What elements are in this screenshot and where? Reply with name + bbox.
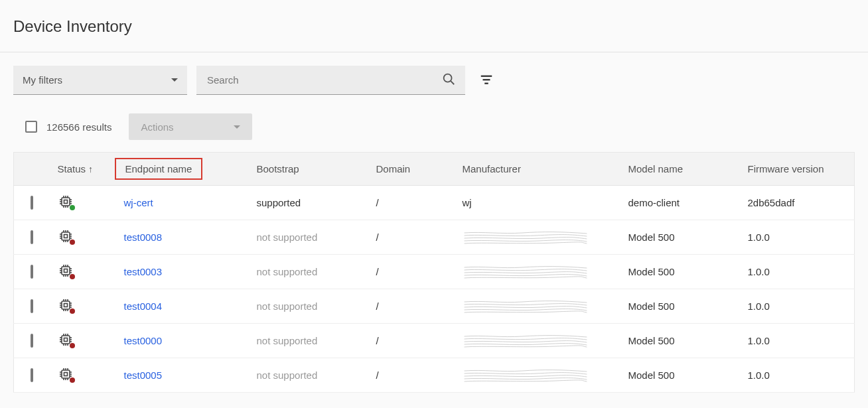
model-value: Model 500 [628,370,675,381]
endpoint-link[interactable]: test0003 [124,266,163,277]
table-row: test0005 not supported / Model 500 1.0.0 [14,358,855,393]
row-checkbox[interactable] [31,368,33,382]
col-header-model[interactable]: Model name [620,153,740,186]
device-chip-icon [58,228,74,244]
domain-value: / [376,232,379,243]
model-value: Model 500 [628,301,675,312]
my-filters-dropdown[interactable]: My filters [13,66,187,95]
device-table: Status↑ Endpoint name Bootstrap Domain M… [13,152,855,393]
device-chip-icon [58,332,74,348]
page-title: Device Inventory [13,17,855,36]
redacted-text [463,299,589,314]
svg-rect-4 [484,82,488,84]
model-value: demo-client [628,197,680,208]
status-dot-icon [70,205,75,210]
domain-value: / [376,370,379,381]
search-icon[interactable] [441,72,456,88]
col-header-bootstrap[interactable]: Bootstrap [249,153,368,186]
select-all-checkbox[interactable] [25,121,37,133]
status-dot-icon [70,377,75,383]
status-dot-icon [70,274,75,279]
svg-rect-75 [62,370,70,378]
redacted-text [463,265,589,279]
svg-rect-2 [481,75,492,76]
bootstrap-value: not supported [257,370,318,381]
col-header-endpoint-label: Endpoint name [125,163,192,174]
search-input[interactable] [206,74,441,86]
firmware-value: 1.0.0 [748,232,770,243]
svg-rect-20 [64,235,67,238]
svg-rect-33 [62,267,70,275]
firmware-value: 1.0.0 [748,370,770,381]
bootstrap-value: not supported [257,266,318,277]
endpoint-link[interactable]: test0005 [124,370,163,381]
row-checkbox[interactable] [31,334,33,348]
device-chip-icon [58,194,74,210]
table-header-row: Status↑ Endpoint name Bootstrap Domain M… [14,153,855,186]
svg-rect-19 [62,232,70,240]
svg-rect-48 [64,304,67,307]
model-value: Model 500 [628,232,675,243]
firmware-value: 1.0.0 [748,301,770,312]
chevron-down-icon [234,125,240,129]
table-row: test0008 not supported / Model 500 1.0.0 [14,220,855,255]
bootstrap-value: not supported [257,301,318,312]
redacted-text [463,368,589,383]
redacted-text [463,334,589,348]
status-dot-icon [70,343,75,348]
row-checkbox[interactable] [31,265,33,279]
sort-asc-icon: ↑ [88,164,93,174]
firmware-value: 1.0.0 [748,266,770,277]
col-header-endpoint[interactable]: Endpoint name [116,153,249,186]
svg-line-1 [451,81,454,84]
row-checkbox[interactable] [31,299,33,313]
model-value: Model 500 [628,266,675,277]
row-checkbox[interactable] [31,230,33,244]
row-checkbox[interactable] [31,196,33,210]
model-value: Model 500 [628,335,675,346]
status-dot-icon [70,239,75,245]
manufacturer-value: wj [463,197,472,208]
bootstrap-value: not supported [257,335,318,346]
col-header-status[interactable]: Status↑ [50,153,116,186]
endpoint-link[interactable]: test0004 [124,301,163,312]
col-header-firmware[interactable]: Firmware version [740,153,855,186]
svg-point-0 [444,74,452,82]
domain-value: / [376,335,379,346]
svg-rect-61 [62,336,70,344]
col-header-status-label: Status [58,163,86,174]
endpoint-link[interactable]: test0000 [124,335,163,346]
domain-value: / [376,197,379,208]
search-box[interactable] [196,66,465,95]
actions-label: Actions [141,121,173,133]
filter-bar: My filters [13,66,855,95]
results-count: 126566 results [46,121,111,133]
table-row: test0004 not supported / Model 500 1.0.0 [14,289,855,324]
domain-value: / [376,301,379,312]
divider [0,52,868,52]
domain-value: / [376,266,379,277]
svg-rect-5 [62,198,70,206]
svg-rect-3 [483,79,490,80]
redacted-text [463,230,589,245]
table-row: test0000 not supported / Model 500 1.0.0 [14,324,855,358]
col-header-checkbox [14,153,50,186]
firmware-value: 1.0.0 [748,335,770,346]
filter-list-icon [479,72,494,89]
svg-rect-34 [64,269,67,273]
bootstrap-value: supported [257,197,301,208]
table-row: wj-cert supported / wj demo-client 2db65… [14,186,855,220]
col-header-manufacturer[interactable]: Manufacturer [455,153,620,186]
col-header-domain[interactable]: Domain [368,153,455,186]
device-chip-icon [58,297,74,313]
filter-list-button[interactable] [474,68,498,92]
endpoint-link[interactable]: wj-cert [124,197,153,208]
highlight-box: Endpoint name [115,158,203,180]
svg-rect-6 [64,200,67,204]
svg-rect-76 [64,373,67,376]
actions-dropdown[interactable]: Actions [129,113,252,140]
device-chip-icon [58,263,74,279]
device-chip-icon [58,366,74,382]
firmware-value: 2db65dadf [748,197,795,208]
endpoint-link[interactable]: test0008 [124,232,163,243]
